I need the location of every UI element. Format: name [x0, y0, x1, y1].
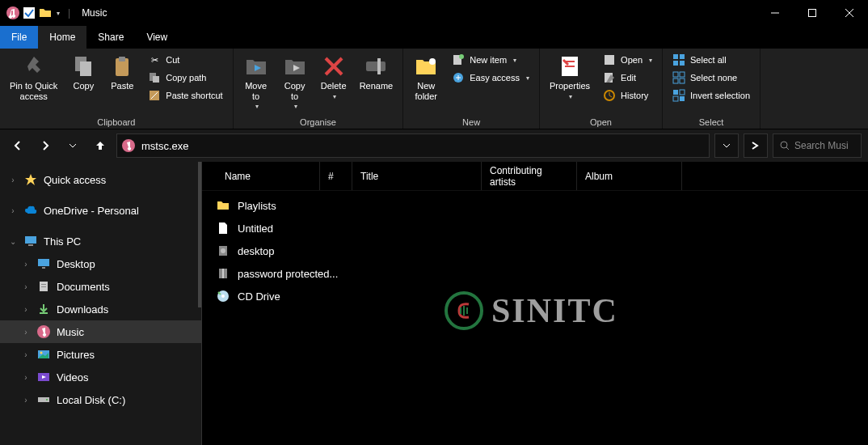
- chevron-right-icon[interactable]: ›: [21, 396, 31, 405]
- chevron-right-icon[interactable]: ›: [21, 373, 31, 382]
- ribbon-group-open: Properties▾ Open▾ Edit History Open: [540, 49, 663, 129]
- chevron-down-icon[interactable]: ⌄: [8, 237, 18, 246]
- sidebar-item-local-disk[interactable]: ›Local Disk (C:): [0, 388, 201, 411]
- ribbon-group-organise: Move to▾ Copy to▾ Delete▾ Rename Organis…: [234, 49, 404, 129]
- chevron-right-icon[interactable]: ›: [21, 350, 31, 359]
- chevron-right-icon[interactable]: ›: [8, 176, 18, 184]
- svg-point-49: [40, 352, 43, 354]
- col-title[interactable]: Title: [352, 162, 482, 190]
- music-app-icon: [6, 6, 19, 19]
- edit-icon: [603, 71, 616, 84]
- easy-access-button[interactable]: Easy access▾: [447, 70, 534, 86]
- copy-button[interactable]: Copy: [65, 52, 101, 93]
- chevron-right-icon[interactable]: ›: [21, 282, 31, 291]
- documents-icon: [37, 280, 50, 293]
- qat-dropdown-icon[interactable]: ▾: [57, 10, 60, 17]
- forward-button[interactable]: [34, 134, 57, 157]
- recent-dropdown[interactable]: [61, 134, 84, 157]
- sidebar-item-quick-access[interactable]: ›Quick access: [0, 168, 201, 191]
- delete-button[interactable]: Delete▾: [316, 52, 352, 102]
- address-go-button[interactable]: [744, 134, 768, 158]
- select-all-icon: [672, 53, 685, 66]
- select-none-button[interactable]: Select none: [668, 70, 755, 86]
- titlebar-sep: |: [68, 7, 70, 19]
- up-button[interactable]: [89, 134, 112, 157]
- sidebar-item-documents[interactable]: ›Documents: [0, 275, 201, 298]
- sidebar-item-downloads[interactable]: ›Downloads: [0, 298, 201, 320]
- back-button[interactable]: [6, 134, 29, 157]
- paste-shortcut-button[interactable]: Paste shortcut: [143, 87, 227, 104]
- sidebar: ›Quick access ›OneDrive - Personal ⌄This…: [0, 162, 202, 445]
- search-input[interactable]: Search Musi: [773, 134, 862, 158]
- chevron-right-icon[interactable]: ›: [21, 260, 31, 269]
- address-bar[interactable]: mstsc.exe: [116, 134, 710, 158]
- column-headers: Name # Title Contributing artists Album: [202, 162, 868, 191]
- star-icon: [24, 173, 37, 186]
- row-playlists[interactable]: Playlists: [217, 194, 868, 217]
- sidebar-item-videos[interactable]: ›Videos: [0, 366, 201, 388]
- pin-icon: [21, 53, 47, 79]
- sidebar-item-onedrive[interactable]: ›OneDrive - Personal: [0, 199, 201, 222]
- cut-button[interactable]: ✂Cut: [143, 52, 227, 68]
- svg-rect-41: [28, 244, 33, 246]
- history-button[interactable]: History: [598, 87, 657, 104]
- col-artists[interactable]: Contributing artists: [482, 162, 577, 190]
- copy-path-button[interactable]: Copy path: [143, 70, 227, 86]
- rename-button[interactable]: Rename: [355, 52, 398, 93]
- scissors-icon: ✂: [148, 53, 161, 66]
- minimize-button[interactable]: [756, 0, 794, 26]
- col-name[interactable]: Name: [217, 162, 320, 190]
- easy-access-icon: [452, 71, 465, 84]
- ribbon-group-select: Select all Select none Invert selection …: [663, 49, 761, 129]
- svg-point-54: [221, 248, 225, 253]
- tab-home[interactable]: Home: [38, 26, 86, 49]
- sidebar-item-pictures[interactable]: ›Pictures: [0, 343, 201, 366]
- address-history-dropdown[interactable]: [714, 134, 739, 158]
- folder-qat-icon[interactable]: [39, 6, 52, 19]
- ribbon-tabs: File Home Share View: [0, 26, 868, 49]
- properties-button[interactable]: Properties▾: [545, 52, 595, 102]
- copy-to-button[interactable]: Copy to▾: [277, 52, 313, 112]
- col-album[interactable]: Album: [577, 162, 682, 190]
- close-button[interactable]: [831, 0, 868, 26]
- svg-rect-40: [25, 236, 36, 244]
- invert-selection-button[interactable]: Invert selection: [668, 87, 755, 104]
- row-password-protected[interactable]: password protected...: [217, 262, 868, 285]
- row-cd-drive[interactable]: CD Drive: [217, 285, 868, 307]
- svg-rect-16: [377, 58, 381, 74]
- svg-rect-43: [42, 267, 45, 269]
- tab-file[interactable]: File: [0, 26, 38, 49]
- sidebar-scrollbar[interactable]: [198, 162, 201, 307]
- col-track[interactable]: #: [320, 162, 352, 190]
- invert-icon: [672, 89, 685, 102]
- maximize-button[interactable]: [794, 0, 831, 26]
- tab-view[interactable]: View: [135, 26, 179, 49]
- chevron-right-icon[interactable]: ›: [21, 328, 31, 337]
- sidebar-item-desktop[interactable]: ›Desktop: [0, 252, 201, 275]
- ini-icon: [217, 244, 230, 257]
- move-to-button[interactable]: Move to▾: [238, 52, 274, 112]
- row-desktop[interactable]: desktop: [217, 239, 868, 262]
- sidebar-item-music[interactable]: ›Music: [0, 320, 201, 343]
- svg-rect-56: [222, 269, 224, 278]
- select-none-icon: [672, 71, 685, 84]
- window-title: Music: [82, 7, 107, 19]
- new-item-button[interactable]: New item▾: [447, 52, 534, 68]
- tab-share[interactable]: Share: [86, 26, 135, 49]
- chevron-right-icon[interactable]: ›: [8, 206, 18, 215]
- sidebar-item-this-pc[interactable]: ⌄This PC: [0, 230, 201, 252]
- checkbox-icon[interactable]: [23, 6, 36, 19]
- group-label-open: Open: [590, 117, 612, 127]
- row-untitled[interactable]: Untitled: [217, 217, 868, 239]
- select-all-button[interactable]: Select all: [668, 52, 755, 68]
- new-folder-button[interactable]: New folder: [408, 52, 444, 103]
- ribbon-group-clipboard: Pin to Quick access Copy Paste ✂Cut Copy…: [0, 49, 234, 129]
- svg-rect-46: [41, 286, 46, 287]
- pin-quick-access-button[interactable]: Pin to Quick access: [5, 52, 62, 103]
- chevron-down-icon: ▾: [255, 103, 259, 110]
- open-button[interactable]: Open▾: [598, 52, 657, 68]
- paste-button[interactable]: Paste: [104, 52, 140, 93]
- chevron-down-icon: ▾: [294, 103, 297, 110]
- edit-button[interactable]: Edit: [598, 70, 657, 86]
- chevron-right-icon[interactable]: ›: [21, 305, 31, 314]
